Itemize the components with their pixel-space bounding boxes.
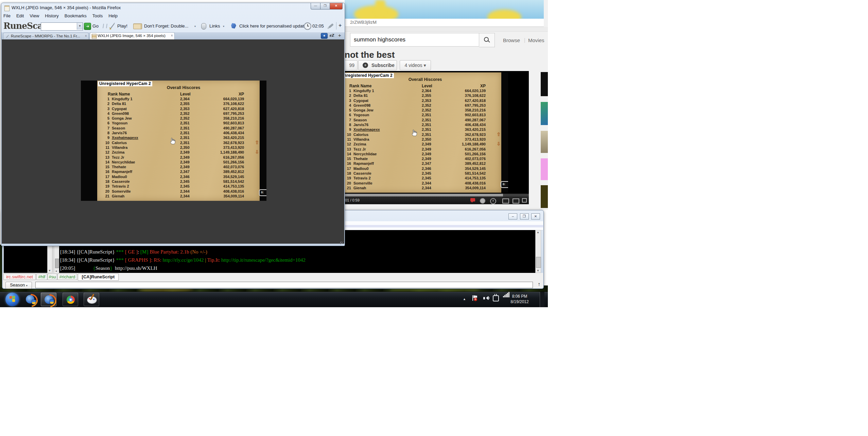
tab-runescape[interactable]: RuneScape - MMORPG - The No.1 Fr... x <box>3 33 89 39</box>
dont-forget-button[interactable]: Don't Forget: Double... <box>144 23 188 29</box>
related-thumbnail[interactable] <box>541 131 548 153</box>
window-title: WXLH (JPEG Image, 546 × 354 pixels) - Mo… <box>12 5 121 10</box>
subscribe-button[interactable]: + Subscribe <box>358 60 397 70</box>
youtube-search-input[interactable] <box>350 33 479 47</box>
scroll-up-icon[interactable]: ▲ <box>537 231 539 234</box>
annotations-icon[interactable] <box>470 198 475 202</box>
play-button[interactable]: Play! <box>117 23 127 29</box>
hiscores-row: 1Kingduffy 1 2,364 664,020,139 <box>345 88 501 93</box>
menu-edit[interactable]: Edit <box>16 13 24 20</box>
search-combo-input[interactable]: ▼ <box>41 22 83 31</box>
youtube-video-player[interactable]: Unregistered HyperCam 2 Overall Hiscores… <box>345 71 529 204</box>
chevron-down-icon[interactable]: ▼ <box>77 23 83 30</box>
minimize-button[interactable]: — <box>311 3 320 10</box>
related-thumbnail[interactable] <box>541 158 548 180</box>
new-tab-button[interactable]: + <box>338 22 342 29</box>
taskbar-firefox-pinned[interactable] <box>22 293 38 306</box>
go-button[interactable]: Go <box>92 23 99 29</box>
menu-view[interactable]: View <box>30 13 39 20</box>
hiscores-row: 3Cygopat 2,353 627,420,818 <box>345 98 501 103</box>
resize-grip[interactable] <box>340 242 344 245</box>
action-center-flag-icon[interactable]: ✕ <box>472 295 478 301</box>
go-arrow-icon[interactable]: ➜ <box>84 23 91 30</box>
settings-gear-icon[interactable] <box>480 198 485 204</box>
power-plug-icon[interactable] <box>493 295 499 301</box>
hiscores-row: 15Thehate 2,349 402,073,076 <box>97 164 260 169</box>
yellow-blob <box>487 10 521 19</box>
url-text: 2rZWB3j9zM <box>350 20 377 25</box>
taskbar-paint[interactable] <box>84 293 99 306</box>
clock-icon <box>304 22 311 30</box>
close-button[interactable]: ✕ <box>531 213 540 220</box>
maximize-button[interactable]: ❐ <box>520 213 529 220</box>
close-icon[interactable]: x <box>171 34 173 37</box>
menu-tools[interactable]: Tools <box>92 13 103 20</box>
videos-dropdown[interactable]: 4 videos ▾ <box>400 60 431 70</box>
taskbar-firefox-active[interactable] <box>41 293 56 306</box>
tab-bar: RuneScape - MMORPG - The No.1 Fr... x WX… <box>1 32 345 40</box>
firefox-title-bar[interactable]: WXLH (JPEG Image, 546 × 354 pixels) - Mo… <box>1 3 345 13</box>
minimize-button[interactable]: – <box>508 213 517 220</box>
ez-extension-icon[interactable]: eZ <box>330 33 334 38</box>
related-thumbnail[interactable] <box>541 185 548 208</box>
close-icon[interactable]: x <box>85 34 87 37</box>
chat-scrollbar[interactable]: ▲ ▼ <box>535 230 541 273</box>
small-player-icon[interactable] <box>502 198 509 204</box>
hiscores-row: 19Tetravis 2 2,345 414,753,135 <box>345 176 501 180</box>
watch-later-icon[interactable] <box>490 198 496 204</box>
rank-down-arrow-icon: ⇩ <box>255 150 259 155</box>
taskbar-clock[interactable]: 8:06 PM 8/19/2012 <box>508 294 532 304</box>
rank-up-arrow-icon: ⇧ <box>255 140 259 145</box>
irc-window-controls: – ❐ ✕ <box>507 213 540 220</box>
related-thumbnail[interactable] <box>541 102 548 125</box>
large-player-icon[interactable] <box>513 198 519 204</box>
bookmark-star-icon[interactable]: ★ <box>321 33 328 39</box>
irc-channel-tab[interactable]: [CA]RuneScript <box>78 274 119 281</box>
hiscores-row: 2Delta 81 2,355 376,108,622 <box>345 93 501 98</box>
player-progress-bar[interactable] <box>345 194 529 196</box>
nav-divider: | <box>524 37 525 43</box>
links-button[interactable]: Links <box>209 23 220 29</box>
rank-down-arrow-icon: ⇩ <box>497 141 501 146</box>
menu-bookmarks[interactable]: Bookmarks <box>65 13 87 20</box>
hiscores-title: Overall Hiscores <box>349 77 501 82</box>
irc-channel-tab[interactable]: irc.swiftirc.net <box>3 274 36 280</box>
nav-browse[interactable]: Browse <box>503 37 520 43</box>
show-desktop-button[interactable] <box>540 292 544 307</box>
wxlh-image[interactable]: Unregistered HyperCam 2 Overall Hiscores… <box>81 81 266 201</box>
hiscores-row: 17Madlou0 2,346 354,529,145 <box>97 174 260 179</box>
rank-up-arrow-icon: ⇧ <box>497 132 501 137</box>
chat-message: [18:34] {[CA]RuneScript} *** [ GE ]: [M]… <box>60 248 531 256</box>
close-button[interactable]: ✕ <box>330 3 343 10</box>
windows-logo-icon <box>10 296 15 302</box>
fullscreen-icon[interactable] <box>522 198 527 203</box>
start-button[interactable] <box>5 293 19 306</box>
taskbar-chrome[interactable] <box>63 293 78 306</box>
irc-channel-tab[interactable]: #su <box>48 274 57 280</box>
menu-file[interactable]: File <box>3 13 11 20</box>
hiscores-row: 13Tezz Jr 2,349 616,267,056 <box>345 147 501 152</box>
nick-dropdown[interactable]: Season ▾ <box>5 282 32 289</box>
irc-channel-tab[interactable]: #hlf <box>36 274 47 280</box>
menu-history[interactable]: History <box>45 13 58 20</box>
youtube-search-button[interactable] <box>479 33 495 47</box>
maximize-button[interactable]: ❐ <box>320 3 330 10</box>
scrollbar-thumb[interactable] <box>536 257 541 268</box>
menu-help[interactable]: Help <box>108 13 118 20</box>
desktop: 2rZWB3j9zM Browse | Movies not the best … <box>0 0 868 436</box>
new-tab-plus-icon[interactable]: + <box>338 32 341 38</box>
irc-message-input[interactable] <box>35 282 533 288</box>
scroll-down-icon[interactable]: ▼ <box>537 269 539 272</box>
browser-url-bar[interactable]: 2rZWB3j9zM <box>345 19 544 27</box>
input-history-arrow[interactable]: ↑ <box>538 281 541 287</box>
personalised-updates-button[interactable]: Click here for personalised updates <box>239 23 309 29</box>
hiscores-row: 12Zezima 2,349 1,149,188,490 ⇩ <box>345 142 501 146</box>
irc-channel-tab[interactable]: #richard <box>57 274 77 280</box>
nav-movies[interactable]: Movies <box>528 37 544 43</box>
image-viewer-content: Unregistered HyperCam 2 Overall Hiscores… <box>2 39 344 244</box>
subscriber-count-button[interactable]: 99 <box>345 60 358 70</box>
wrench-icon[interactable] <box>328 23 334 29</box>
tray-expand-icon[interactable]: ▲ <box>463 297 466 301</box>
related-thumbnail[interactable] <box>541 72 548 96</box>
tab-wxlh-image[interactable]: WXLH (JPEG Image, 546 × 354 pixels) x <box>90 32 175 40</box>
